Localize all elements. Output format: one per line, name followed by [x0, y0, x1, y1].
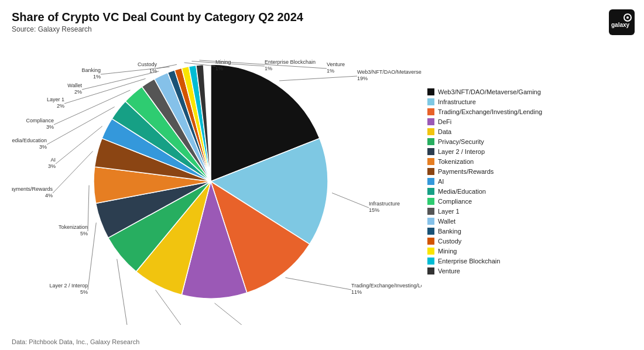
legend-color-swatch [427, 118, 434, 125]
legend-label: AI [438, 178, 444, 185]
legend-item: Infrastructure [427, 98, 632, 105]
chart-source: Source: Galaxy Research [12, 25, 632, 33]
legend-label: Mining [438, 248, 457, 255]
pie-label-9: AI3% [48, 157, 56, 169]
legend-item: Banking [427, 228, 632, 235]
label-line-7 [88, 186, 89, 231]
main-container: Share of Crypto VC Deal Count by Categor… [0, 0, 644, 350]
legend-item: Tokenization [427, 158, 632, 165]
label-line-5 [117, 259, 129, 325]
label-line-3 [215, 303, 263, 325]
legend-label: Layer 1 [438, 208, 460, 215]
legend-color-swatch [427, 238, 434, 245]
label-line-15 [157, 64, 177, 68]
legend-label: Media/Education [438, 188, 486, 195]
chart-legend: Web3/NFT/DAO/Metaverse/GamingInfrastruct… [427, 88, 632, 274]
legend-color-swatch [427, 188, 434, 195]
legend-item: DeFi [427, 118, 632, 125]
pie-chart: Web3/NFT/DAO/Metaverse/Gaming19%Infrastr… [12, 38, 422, 325]
label-line-2 [285, 277, 351, 290]
legend-color-swatch [427, 267, 434, 274]
legend-label: DeFi [438, 118, 451, 125]
legend-color-swatch [427, 148, 434, 155]
legend-label: Web3/NFT/DAO/Metaverse/Gaming [438, 88, 541, 95]
legend-label: Custody [438, 238, 461, 245]
legend-item: Layer 1 [427, 208, 632, 215]
footer-text: Data: Pitchbook Data, Inc., Galaxy Resea… [12, 338, 139, 345]
legend-label: Payments/Rewards [438, 168, 494, 175]
legend-color-swatch [427, 208, 434, 215]
pie-label-12: Layer 12% [47, 97, 64, 109]
legend-item: Mining [427, 248, 632, 255]
legend-color-swatch [427, 198, 434, 205]
chart-area: Web3/NFT/DAO/Metaverse/Gaming19%Infrastr… [12, 38, 632, 325]
legend-item: Venture [427, 267, 632, 274]
svg-point-3 [626, 16, 629, 19]
legend-color-swatch [427, 248, 434, 255]
pie-label-10: Media/Education3% [12, 138, 47, 150]
pie-label-15: Custody1% [138, 61, 157, 74]
pie-label-6: Layer 2 / Interop5% [49, 283, 88, 295]
legend-label: Trading/Exchange/Investing/Lending [438, 108, 542, 115]
legend-item: AI [427, 178, 632, 185]
legend-label: Infrastructure [438, 98, 476, 105]
legend-item: Compliance [427, 198, 632, 205]
pie-label-18: Venture1% [327, 61, 345, 74]
legend-label: Layer 2 / Interop [438, 148, 485, 155]
legend-color-swatch [427, 258, 434, 265]
pie-label-13: Wallet2% [67, 83, 82, 95]
legend-item: Media/Education [427, 188, 632, 195]
legend-item: Trading/Exchange/Investing/Lending [427, 108, 632, 115]
label-line-9 [56, 126, 102, 164]
legend-color-swatch [427, 228, 434, 235]
pie-label-14: Banking1% [81, 67, 101, 80]
legend-label: Compliance [438, 198, 472, 205]
legend-item: Payments/Rewards [427, 168, 632, 175]
label-line-6 [88, 222, 96, 290]
legend-color-swatch [427, 128, 434, 135]
pie-label-17: Enterprise Blockchain1% [265, 59, 316, 71]
pie-label-0: Web3/NFT/DAO/Metaverse/Gaming19% [357, 69, 422, 81]
legend-label: Banking [438, 228, 461, 235]
label-line-1 [332, 193, 369, 208]
legend-item: Privacy/Security [427, 138, 632, 145]
pie-label-7: Tokenization5% [59, 224, 88, 236]
pie-label-2: Trading/Exchange/Investing/Lending11% [351, 283, 422, 295]
legend-item: Data [427, 128, 632, 135]
legend-item: Enterprise Blockchain [427, 258, 632, 265]
legend-label: Tokenization [438, 158, 474, 165]
legend-label: Venture [438, 267, 460, 274]
legend-label: Enterprise Blockchain [438, 258, 500, 265]
legend-color-swatch [427, 178, 434, 185]
svg-text:galaxy: galaxy [611, 22, 630, 28]
legend-color-swatch [427, 88, 434, 95]
legend-color-swatch [427, 218, 434, 225]
legend-label: Privacy/Security [438, 138, 484, 145]
legend-color-swatch [427, 108, 434, 115]
legend-item: Custody [427, 238, 632, 245]
legend-item: Layer 2 / Interop [427, 148, 632, 155]
pie-label-1: Infrastructure15% [369, 201, 400, 213]
legend-color-swatch [427, 98, 434, 105]
legend-item: Wallet [427, 218, 632, 225]
legend-color-swatch [427, 168, 434, 175]
legend-label: Wallet [438, 218, 455, 225]
legend-item: Web3/NFT/DAO/Metaverse/Gaming [427, 88, 632, 95]
label-line-0 [279, 76, 357, 81]
legend-color-swatch [427, 138, 434, 145]
galaxy-logo: galaxy [609, 9, 635, 35]
pie-label-8: Payments/Rewards4% [12, 186, 53, 198]
pie-label-11: Compliance3% [26, 118, 54, 130]
legend-label: Data [438, 128, 451, 135]
legend-color-swatch [427, 158, 434, 165]
chart-title: Share of Crypto VC Deal Count by Categor… [12, 11, 632, 24]
label-line-8 [53, 151, 93, 193]
